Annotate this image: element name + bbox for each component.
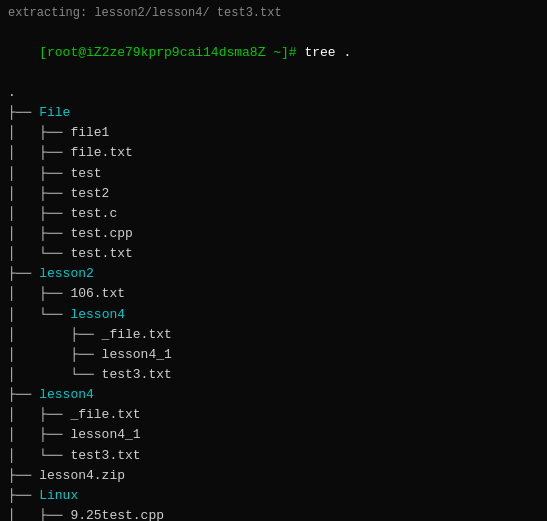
tree-item: │ └── test3.txt (8, 365, 539, 385)
tree-item: │ └── test.txt (8, 244, 539, 264)
tree-item: ├── lesson2 (8, 264, 539, 284)
tree-item: │ ├── test.c (8, 204, 539, 224)
prompt: [root@iZ2ze79kprp9cai14dsma8Z ~]# (39, 45, 304, 60)
tree-item: ├── Linux (8, 486, 539, 506)
tree-item: │ ├── 9.25test.cpp (8, 506, 539, 521)
tree-item: │ ├── file1 (8, 123, 539, 143)
tree-item: │ ├── test (8, 164, 539, 184)
command: tree . (304, 45, 351, 60)
tree-item: │ ├── file.txt (8, 143, 539, 163)
tree-item: │ └── test3.txt (8, 446, 539, 466)
tree-item: │ ├── lesson4_1 (8, 345, 539, 365)
tree-item: ├── lesson4.zip (8, 466, 539, 486)
tree-item: │ ├── 106.txt (8, 284, 539, 304)
terminal: extracting: lesson2/lesson4/ test3.txt [… (8, 4, 539, 521)
tree-item: │ ├── _file.txt (8, 405, 539, 425)
tree-item: ├── File (8, 103, 539, 123)
tree-item: │ ├── test2 (8, 184, 539, 204)
top-line: extracting: lesson2/lesson4/ test3.txt (8, 4, 539, 23)
tree-item: │ ├── _file.txt (8, 325, 539, 345)
tree-item: ├── lesson4 (8, 385, 539, 405)
tree-item: │ ├── lesson4_1 (8, 425, 539, 445)
tree-item: │ ├── test.cpp (8, 224, 539, 244)
tree-output: .├── File│ ├── file1│ ├── file.txt│ ├── … (8, 83, 539, 521)
command-line: [root@iZ2ze79kprp9cai14dsma8Z ~]# tree . (8, 23, 539, 83)
tree-item: │ └── lesson4 (8, 305, 539, 325)
tree-root: . (8, 83, 539, 103)
